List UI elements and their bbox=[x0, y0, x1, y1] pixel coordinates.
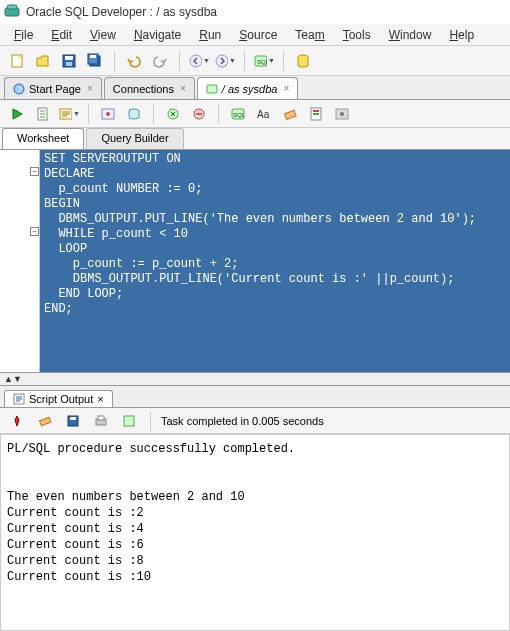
menu-view[interactable]: View bbox=[82, 26, 124, 44]
toolbar-separator bbox=[283, 51, 284, 71]
toolbar-separator bbox=[150, 411, 151, 431]
toolbar-separator bbox=[244, 51, 245, 71]
toolbar-separator bbox=[114, 51, 115, 71]
svg-point-9 bbox=[190, 55, 202, 67]
sql-button[interactable]: SQL▼ bbox=[253, 50, 275, 72]
svg-rect-39 bbox=[124, 416, 134, 426]
clear-button[interactable] bbox=[279, 103, 301, 125]
window-title: Oracle SQL Developer : / as sysdba bbox=[26, 5, 217, 19]
info-icon: ? bbox=[13, 83, 25, 95]
svg-rect-16 bbox=[207, 85, 217, 93]
save-output-button[interactable] bbox=[62, 410, 84, 432]
svg-rect-34 bbox=[40, 417, 51, 425]
app-icon bbox=[4, 4, 20, 20]
fetch-button[interactable] bbox=[118, 410, 140, 432]
rollback-button[interactable] bbox=[162, 103, 184, 125]
case-button[interactable]: Aa bbox=[253, 103, 275, 125]
output-tabbar: Script Output × bbox=[0, 386, 510, 408]
worksheet-tabbar: Worksheet Query Builder bbox=[0, 128, 510, 150]
unshared-button[interactable] bbox=[188, 103, 210, 125]
svg-rect-30 bbox=[313, 113, 319, 115]
fold-toggle[interactable]: − bbox=[30, 167, 39, 176]
report-button[interactable] bbox=[305, 103, 327, 125]
undo-button[interactable] bbox=[123, 50, 145, 72]
menu-navigate[interactable]: Navigate bbox=[126, 26, 189, 44]
save-all-button[interactable] bbox=[84, 50, 106, 72]
svg-rect-1 bbox=[7, 5, 17, 9]
menu-help[interactable]: Help bbox=[441, 26, 482, 44]
tab-connections[interactable]: Connections × bbox=[104, 77, 195, 99]
svg-rect-29 bbox=[313, 110, 319, 112]
menu-source[interactable]: Source bbox=[231, 26, 285, 44]
tab-start-page[interactable]: ? Start Page × bbox=[4, 77, 102, 99]
save-button[interactable] bbox=[58, 50, 80, 72]
output-status: Task completed in 0.005 seconds bbox=[161, 415, 324, 427]
code-content[interactable]: SET SERVEROUTPUT ON DECLARE p_count NUMB… bbox=[40, 150, 510, 372]
document-tabbar: ? Start Page × Connections × / as sysdba… bbox=[0, 76, 510, 100]
redo-button[interactable] bbox=[149, 50, 171, 72]
menu-window[interactable]: Window bbox=[381, 26, 440, 44]
run-script-button[interactable] bbox=[32, 103, 54, 125]
menu-edit[interactable]: Edit bbox=[43, 26, 80, 44]
subtab-worksheet[interactable]: Worksheet bbox=[2, 128, 84, 149]
new-button[interactable] bbox=[6, 50, 28, 72]
sql-history-button[interactable]: SQL bbox=[227, 103, 249, 125]
tab-label: Connections bbox=[113, 83, 174, 95]
svg-text:Aa: Aa bbox=[257, 109, 270, 120]
svg-rect-38 bbox=[98, 416, 104, 420]
tab-script-output[interactable]: Script Output × bbox=[4, 390, 113, 407]
db-button[interactable] bbox=[292, 50, 314, 72]
close-icon[interactable]: × bbox=[97, 393, 103, 405]
fold-toggle[interactable]: − bbox=[30, 227, 39, 236]
toolbar-separator bbox=[218, 104, 219, 124]
toolbar-separator bbox=[88, 104, 89, 124]
code-editor[interactable]: − − SET SERVEROUTPUT ON DECLARE p_count … bbox=[0, 150, 510, 372]
output-toolbar: Task completed in 0.005 seconds bbox=[0, 408, 510, 434]
commit-button[interactable] bbox=[123, 103, 145, 125]
open-button[interactable] bbox=[32, 50, 54, 72]
svg-rect-36 bbox=[70, 417, 76, 420]
autotrace-button[interactable] bbox=[97, 103, 119, 125]
print-button[interactable] bbox=[90, 410, 112, 432]
subtab-querybuilder[interactable]: Query Builder bbox=[86, 128, 183, 149]
svg-text:SQL: SQL bbox=[233, 112, 246, 118]
svg-rect-5 bbox=[66, 62, 72, 66]
svg-rect-8 bbox=[90, 55, 96, 58]
close-icon[interactable]: × bbox=[87, 83, 93, 94]
tab-label: Start Page bbox=[29, 83, 81, 95]
titlebar: Oracle SQL Developer : / as sysdba bbox=[0, 0, 510, 24]
forward-button[interactable]: ▼ bbox=[214, 50, 236, 72]
sql-icon bbox=[206, 83, 218, 95]
script-icon bbox=[13, 393, 25, 405]
back-button[interactable]: ▼ bbox=[188, 50, 210, 72]
svg-point-32 bbox=[340, 112, 344, 116]
svg-rect-27 bbox=[285, 110, 296, 119]
svg-point-10 bbox=[216, 55, 228, 67]
svg-text:?: ? bbox=[17, 85, 22, 94]
tab-active-connection[interactable]: / as sysdba × bbox=[197, 77, 298, 99]
splitter-arrows: ▲▼ bbox=[4, 374, 22, 384]
menu-file[interactable]: File bbox=[6, 26, 41, 44]
toolbar-separator bbox=[153, 104, 154, 124]
output-body[interactable]: PL/SQL procedure successfully completed.… bbox=[0, 434, 510, 631]
svg-text:SQL: SQL bbox=[257, 59, 267, 65]
main-toolbar: ▼ ▼ SQL▼ bbox=[0, 46, 510, 76]
menubar: File Edit View Navigate Run Source Team … bbox=[0, 24, 510, 46]
menu-run[interactable]: Run bbox=[191, 26, 229, 44]
close-icon[interactable]: × bbox=[180, 83, 186, 94]
svg-rect-4 bbox=[65, 56, 73, 60]
toolbar-separator bbox=[179, 51, 180, 71]
settings-button[interactable] bbox=[331, 103, 353, 125]
tab-label: / as sysdba bbox=[222, 83, 278, 95]
explain-plan-button[interactable]: ▼ bbox=[58, 103, 80, 125]
svg-point-20 bbox=[106, 112, 110, 116]
menu-team[interactable]: Team bbox=[287, 26, 332, 44]
splitter[interactable]: ▲▼ bbox=[0, 372, 510, 386]
editor-toolbar: ▼ SQL Aa bbox=[0, 100, 510, 128]
output-tab-label: Script Output bbox=[29, 393, 93, 405]
clear-output-button[interactable] bbox=[34, 410, 56, 432]
pin-button[interactable] bbox=[6, 410, 28, 432]
close-icon[interactable]: × bbox=[283, 83, 289, 94]
run-button[interactable] bbox=[6, 103, 28, 125]
menu-tools[interactable]: Tools bbox=[335, 26, 379, 44]
